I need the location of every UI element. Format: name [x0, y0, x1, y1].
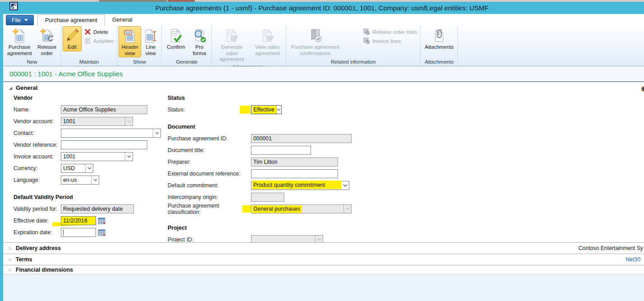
ribbon-group-generate: Confirm Pro forma Generate [162, 26, 212, 66]
chevron-down-icon[interactable] [85, 164, 93, 172]
validity-period-for-field: Requested delivery date [61, 204, 134, 213]
field-vendor-reference: Vendor reference: [14, 140, 164, 149]
chevron-down-icon[interactable] [341, 181, 349, 190]
ribbon-group-maintain: Edit Delete Activities [61, 26, 117, 66]
activities-icon [84, 37, 91, 44]
name-field: Acme Office Supplies [61, 105, 147, 114]
calendar-icon[interactable] [98, 217, 105, 224]
calendar-icon[interactable] [98, 229, 105, 236]
purchase-agreement-confirmations-button: Purchase agreement confirmations [288, 26, 343, 57]
field-name: Name: Acme Office Supplies [14, 105, 164, 114]
window-title-bar: Purchase agreements (1 - usmf) - Purchas… [0, 2, 644, 14]
purchase-agreement-classification-combobox: General purchases [251, 204, 352, 213]
pro-forma-button[interactable]: Pro forma [188, 26, 210, 57]
preparer-field: Tim Litton [251, 157, 338, 167]
purchase-agreement-confirmations-icon [307, 28, 323, 43]
section-delivery-address[interactable]: ▷ Delivery address Contoso Entertainment… [3, 242, 644, 254]
terms-summary-link[interactable]: Net30 [626, 256, 640, 263]
ribbon-group-intercompany: Generate sales agreement View sales agre… [212, 26, 286, 66]
chevron-down-icon[interactable] [153, 129, 160, 137]
field-external-document-reference: External document reference: [168, 169, 366, 178]
expand-triangle-icon: ▷ [9, 246, 12, 250]
field-document-title: Document title: [168, 146, 366, 155]
vendor-reference-input[interactable] [61, 140, 147, 149]
header-view-button[interactable]: Header view [119, 26, 141, 57]
header-view-icon [122, 28, 137, 43]
document-title-input[interactable] [251, 146, 311, 155]
section-general[interactable]: ◢ General [9, 84, 37, 91]
delivery-address-summary: Contoso Entertainment Sy [578, 245, 643, 251]
attachments-paperclip-icon [431, 28, 447, 43]
currency-combobox[interactable]: USD [61, 164, 93, 173]
view-sales-agreement-icon [260, 28, 275, 43]
effective-date-input[interactable]: 11/2/2016 [61, 216, 96, 225]
document-subheader: Document [168, 122, 366, 131]
ribbon-group-attachments: Attachments Attachments [420, 26, 458, 66]
field-invoice-account: Invoice account: 1001 [14, 152, 164, 161]
field-validity-period-for: Validity period for: Requested delivery … [14, 204, 164, 213]
text-caret [63, 230, 64, 236]
ribbon-group-label-new: New [5, 59, 59, 66]
default-validity-period-subheader: Default Validity Period [14, 193, 164, 202]
purchase-agreement-button[interactable]: Purchase agreement [5, 26, 34, 57]
pro-forma-icon [192, 28, 207, 43]
field-preparer: Preparer: Tim Litton [168, 157, 366, 167]
record-title-bar: 000001 : 1001 - Acme Office Supplies [3, 66, 644, 82]
field-effective-date: Effective date: 11/2/2016 [14, 216, 164, 225]
field-purchase-agreement-classification: Purchase agreement classification: Gener… [168, 204, 366, 213]
cutoff-edge-icon [641, 86, 644, 92]
section-general-label: General [16, 84, 37, 91]
attachments-button[interactable]: Attachments [422, 26, 456, 51]
chevron-down-icon[interactable] [91, 176, 99, 184]
status-subheader: Status [168, 93, 366, 102]
release-order-lines-icon [363, 28, 370, 35]
ribbon-group-label-show: Show [119, 59, 160, 66]
delete-button[interactable]: Delete [84, 28, 114, 35]
section-financial-dimensions[interactable]: ▷ Financial dimensions [3, 265, 644, 274]
vendor-account-combobox: 1001 [61, 117, 133, 126]
chevron-down-icon [343, 205, 351, 213]
window-title: Purchase agreements (1 - usmf) - Purchas… [0, 4, 644, 12]
form-column-middle: Status Status: Effective Document Purcha… [168, 93, 366, 247]
new-purchase-agreement-icon [12, 28, 27, 43]
highlight-smear [240, 105, 251, 114]
form-column-left: Vendor Name: Acme Office Supplies Vendor… [14, 93, 164, 240]
project-subheader: Project [168, 223, 366, 232]
chevron-down-icon[interactable] [125, 153, 132, 161]
dynamics-ax-app-icon [9, 2, 18, 10]
vendor-subheader: Vendor [14, 93, 164, 102]
invoice-account-combobox[interactable]: 1001 [61, 152, 133, 161]
confirm-icon [168, 28, 183, 43]
field-intercompany-origin: Intercompany origin: [168, 193, 366, 202]
line-view-icon [143, 28, 158, 43]
tab-purchase-agreement[interactable]: Purchase agreement [37, 14, 105, 26]
chevron-down-icon [24, 19, 28, 21]
activities-button: Activities [84, 37, 114, 44]
line-view-button[interactable]: Line view [141, 26, 160, 57]
tab-general[interactable]: General [105, 14, 139, 26]
release-order-lines-button: Release order lines [363, 28, 417, 35]
ribbon-group-label-maintain: Maintain [63, 59, 115, 66]
window-left-border [0, 14, 3, 301]
edit-button[interactable]: Edit [63, 26, 82, 51]
invoice-lines-icon [363, 37, 370, 44]
ribbon-group-label-generate: Generate [163, 59, 210, 66]
field-status: Status: Effective [168, 105, 366, 114]
expand-triangle-icon: ▷ [9, 257, 12, 262]
external-document-reference-input[interactable] [251, 169, 338, 178]
field-default-commitment: Default commitment: Product quantity com… [168, 181, 366, 190]
chevron-down-icon[interactable] [276, 106, 281, 114]
delete-x-icon [84, 28, 91, 35]
confirm-button[interactable]: Confirm [163, 26, 188, 51]
ribbon-group-label-attachments: Attachments [422, 59, 456, 66]
default-commitment-select[interactable]: Product quantity commitment [251, 181, 349, 190]
expiration-date-input[interactable] [61, 228, 96, 237]
section-terms[interactable]: ▷ Terms Net30 [3, 254, 644, 265]
contact-combobox[interactable] [61, 129, 161, 138]
ribbon-tab-row: File Purchase agreement General [3, 14, 644, 26]
status-combobox[interactable]: Effective [251, 105, 282, 114]
language-combobox[interactable]: en-us [61, 176, 99, 185]
field-currency: Currency: USD [14, 164, 164, 173]
release-order-button[interactable]: Release order [34, 26, 59, 57]
file-menu-button[interactable]: File [6, 15, 34, 25]
